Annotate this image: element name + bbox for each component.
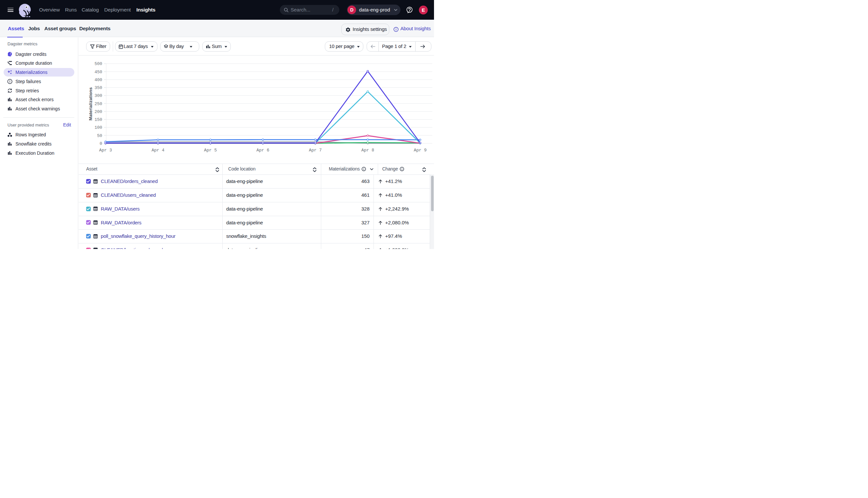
svg-text:200: 200 [94, 109, 102, 114]
svg-text:300: 300 [94, 94, 102, 99]
svg-text:350: 350 [94, 86, 102, 90]
svg-text:500: 500 [94, 62, 102, 67]
svg-text:Apr 7: Apr 7 [309, 148, 321, 153]
svg-text:150: 150 [94, 117, 102, 122]
svg-text:Apr 3: Apr 3 [99, 148, 112, 153]
svg-text:Apr 4: Apr 4 [151, 148, 164, 153]
svg-text:Apr 5: Apr 5 [204, 148, 217, 153]
svg-text:400: 400 [94, 78, 102, 82]
svg-text:0: 0 [99, 141, 102, 146]
svg-text:450: 450 [94, 70, 102, 75]
svg-text:50: 50 [97, 133, 102, 138]
svg-text:250: 250 [94, 102, 102, 106]
svg-text:100: 100 [94, 126, 102, 130]
svg-text:Materializations: Materializations [88, 87, 93, 120]
svg-text:Apr 8: Apr 8 [361, 148, 374, 153]
svg-text:Apr 9: Apr 9 [413, 148, 426, 153]
svg-text:Apr 6: Apr 6 [256, 148, 269, 153]
